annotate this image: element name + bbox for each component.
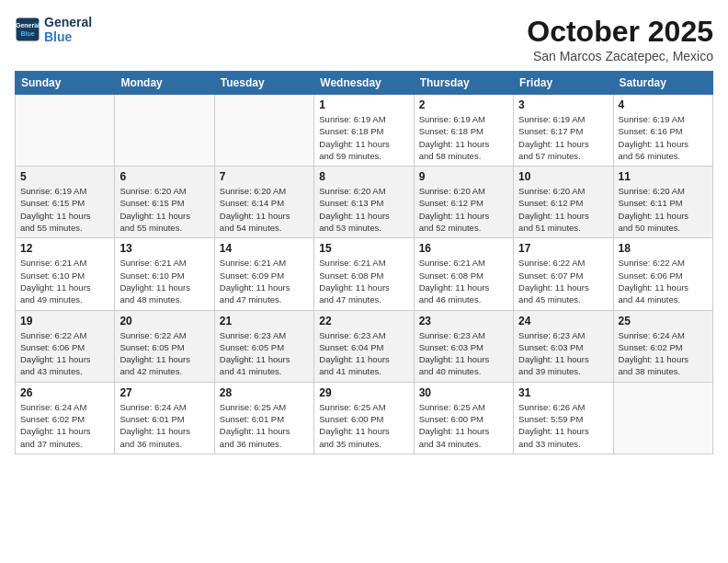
day-info: Sunrise: 6:20 AM Sunset: 6:15 PM Dayligh… [119,185,209,234]
day-info: Sunrise: 6:22 AM Sunset: 6:06 PM Dayligh… [20,329,109,378]
calendar-cell: 23Sunrise: 6:23 AM Sunset: 6:03 PM Dayli… [414,310,513,382]
logo-icon: General Blue [15,17,40,42]
calendar-cell: 16Sunrise: 6:21 AM Sunset: 6:08 PM Dayli… [414,238,513,310]
day-number: 15 [319,242,408,255]
title-block: October 2025 San Marcos Zacatepec, Mexic… [527,15,713,63]
calendar-cell: 21Sunrise: 6:23 AM Sunset: 6:05 PM Dayli… [214,310,313,382]
day-info: Sunrise: 6:24 AM Sunset: 6:02 PM Dayligh… [20,401,109,450]
calendar-cell: 26Sunrise: 6:24 AM Sunset: 6:02 PM Dayli… [16,382,115,454]
week-row-2: 5Sunrise: 6:19 AM Sunset: 6:15 PM Daylig… [16,167,713,238]
calendar-cell: 28Sunrise: 6:25 AM Sunset: 6:01 PM Dayli… [214,382,313,454]
day-info: Sunrise: 6:21 AM Sunset: 6:10 PM Dayligh… [119,257,209,305]
day-number: 3 [518,98,608,111]
day-number: 22 [319,315,408,327]
day-info: Sunrise: 6:20 AM Sunset: 6:11 PM Dayligh… [619,185,708,234]
calendar-cell: 31Sunrise: 6:26 AM Sunset: 5:59 PM Dayli… [514,382,613,454]
calendar-cell: 24Sunrise: 6:23 AM Sunset: 6:03 PM Dayli… [514,310,613,382]
day-info: Sunrise: 6:22 AM Sunset: 6:07 PM Dayligh… [518,257,608,305]
day-number: 31 [518,386,608,399]
day-info: Sunrise: 6:24 AM Sunset: 6:02 PM Dayligh… [619,329,708,378]
svg-text:Blue: Blue [20,30,34,37]
day-number: 19 [20,315,109,327]
calendar-cell: 2Sunrise: 6:19 AM Sunset: 6:18 PM Daylig… [414,95,513,167]
calendar-header-row: SundayMondayTuesdayWednesdayThursdayFrid… [16,72,713,95]
calendar-cell: 1Sunrise: 6:19 AM Sunset: 6:18 PM Daylig… [314,95,414,167]
day-info: Sunrise: 6:22 AM Sunset: 6:05 PM Dayligh… [119,329,209,378]
day-info: Sunrise: 6:26 AM Sunset: 5:59 PM Dayligh… [518,401,608,450]
logo-text-line1: General [44,15,92,29]
day-info: Sunrise: 6:20 AM Sunset: 6:12 PM Dayligh… [419,185,508,234]
day-info: Sunrise: 6:23 AM Sunset: 6:04 PM Dayligh… [319,329,408,378]
calendar-cell [115,95,214,167]
day-number: 29 [319,386,408,399]
day-info: Sunrise: 6:25 AM Sunset: 6:00 PM Dayligh… [319,401,408,450]
calendar-table: SundayMondayTuesdayWednesdayThursdayFrid… [15,71,713,454]
day-number: 7 [220,170,309,183]
calendar-cell: 19Sunrise: 6:22 AM Sunset: 6:06 PM Dayli… [16,310,115,382]
day-number: 18 [619,242,708,255]
day-number: 5 [20,170,109,183]
day-header-saturday: Saturday [613,72,712,95]
calendar-cell: 3Sunrise: 6:19 AM Sunset: 6:17 PM Daylig… [514,95,613,167]
day-number: 13 [119,242,209,255]
day-number: 8 [319,170,408,183]
day-info: Sunrise: 6:23 AM Sunset: 6:05 PM Dayligh… [220,329,309,378]
day-info: Sunrise: 6:20 AM Sunset: 6:13 PM Dayligh… [319,185,408,234]
day-number: 11 [619,170,708,183]
calendar-cell: 20Sunrise: 6:22 AM Sunset: 6:05 PM Dayli… [115,310,214,382]
calendar-cell: 6Sunrise: 6:20 AM Sunset: 6:15 PM Daylig… [115,167,214,238]
calendar-cell [16,95,115,167]
day-number: 16 [419,242,508,255]
day-info: Sunrise: 6:19 AM Sunset: 6:18 PM Dayligh… [319,113,408,162]
calendar-cell: 12Sunrise: 6:21 AM Sunset: 6:10 PM Dayli… [16,238,115,310]
calendar-body: 1Sunrise: 6:19 AM Sunset: 6:18 PM Daylig… [16,95,713,454]
calendar-cell: 5Sunrise: 6:19 AM Sunset: 6:15 PM Daylig… [16,167,115,238]
day-number: 9 [419,170,508,183]
calendar-cell [613,382,712,454]
day-info: Sunrise: 6:21 AM Sunset: 6:09 PM Dayligh… [220,257,309,305]
calendar-cell: 4Sunrise: 6:19 AM Sunset: 6:16 PM Daylig… [613,95,712,167]
day-header-monday: Monday [115,72,214,95]
day-number: 27 [119,386,209,399]
day-info: Sunrise: 6:21 AM Sunset: 6:08 PM Dayligh… [419,257,508,305]
day-info: Sunrise: 6:24 AM Sunset: 6:01 PM Dayligh… [119,401,209,450]
calendar-cell: 13Sunrise: 6:21 AM Sunset: 6:10 PM Dayli… [115,238,214,310]
week-row-4: 19Sunrise: 6:22 AM Sunset: 6:06 PM Dayli… [16,310,713,382]
day-info: Sunrise: 6:20 AM Sunset: 6:12 PM Dayligh… [518,185,608,234]
day-header-friday: Friday [514,72,613,95]
day-number: 26 [20,386,109,399]
calendar-cell: 9Sunrise: 6:20 AM Sunset: 6:12 PM Daylig… [414,167,513,238]
day-info: Sunrise: 6:19 AM Sunset: 6:16 PM Dayligh… [619,113,708,162]
day-info: Sunrise: 6:19 AM Sunset: 6:18 PM Dayligh… [419,113,508,162]
calendar-cell: 29Sunrise: 6:25 AM Sunset: 6:00 PM Dayli… [314,382,414,454]
day-number: 12 [20,242,109,255]
day-number: 25 [619,315,708,327]
calendar-title: October 2025 [527,15,713,49]
calendar-cell [214,95,313,167]
day-number: 1 [319,98,408,111]
day-number: 24 [518,315,608,327]
day-info: Sunrise: 6:25 AM Sunset: 6:01 PM Dayligh… [220,401,309,450]
day-number: 4 [619,98,708,111]
calendar-subtitle: San Marcos Zacatepec, Mexico [527,49,713,63]
day-info: Sunrise: 6:21 AM Sunset: 6:10 PM Dayligh… [20,257,109,305]
day-header-sunday: Sunday [16,72,115,95]
day-info: Sunrise: 6:19 AM Sunset: 6:15 PM Dayligh… [20,185,109,234]
day-number: 10 [518,170,608,183]
day-info: Sunrise: 6:25 AM Sunset: 6:00 PM Dayligh… [419,401,508,450]
calendar-cell: 17Sunrise: 6:22 AM Sunset: 6:07 PM Dayli… [514,238,613,310]
day-info: Sunrise: 6:19 AM Sunset: 6:17 PM Dayligh… [518,113,608,162]
day-info: Sunrise: 6:20 AM Sunset: 6:14 PM Dayligh… [220,185,309,234]
week-row-1: 1Sunrise: 6:19 AM Sunset: 6:18 PM Daylig… [16,95,713,167]
day-header-wednesday: Wednesday [314,72,414,95]
calendar-cell: 27Sunrise: 6:24 AM Sunset: 6:01 PM Dayli… [115,382,214,454]
week-row-3: 12Sunrise: 6:21 AM Sunset: 6:10 PM Dayli… [16,238,713,310]
day-header-tuesday: Tuesday [214,72,313,95]
day-header-thursday: Thursday [414,72,513,95]
week-row-5: 26Sunrise: 6:24 AM Sunset: 6:02 PM Dayli… [16,382,713,454]
calendar-cell: 14Sunrise: 6:21 AM Sunset: 6:09 PM Dayli… [214,238,313,310]
calendar-cell: 10Sunrise: 6:20 AM Sunset: 6:12 PM Dayli… [514,167,613,238]
calendar-cell: 7Sunrise: 6:20 AM Sunset: 6:14 PM Daylig… [214,167,313,238]
day-number: 23 [419,315,508,327]
page-header: General Blue General Blue October 2025 S… [15,15,713,63]
